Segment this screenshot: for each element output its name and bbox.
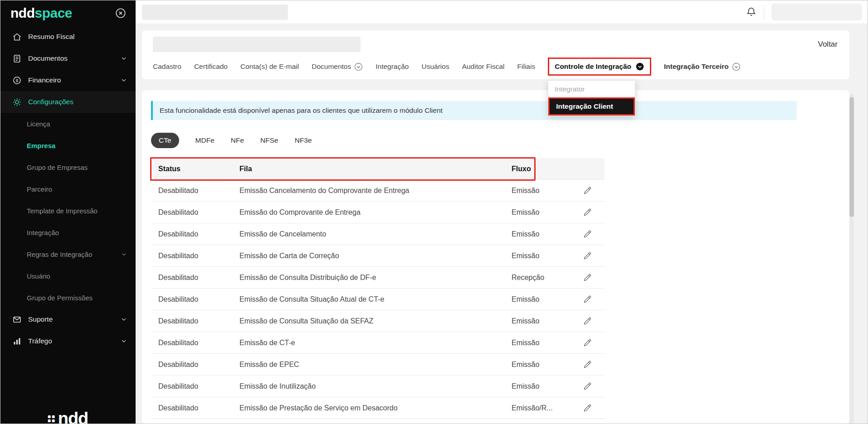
row-status: Desabilitado — [151, 187, 239, 195]
row-fila: Emissão do Comprovante de Entrega — [239, 208, 512, 217]
sidebar-item-documentos[interactable]: Documentos — [0, 48, 136, 69]
sidebar-item-suporte[interactable]: Suporte — [0, 308, 136, 330]
row-status: Desabilitado — [151, 317, 239, 325]
topbar-redacted-block — [142, 5, 288, 20]
header-top-row: Voltar — [153, 37, 839, 52]
edit-pencil-icon[interactable] — [583, 360, 592, 369]
nddspace-logo: nddspace — [10, 6, 72, 20]
edit-pencil-icon[interactable] — [583, 251, 592, 260]
logo-ndd-text: ndd — [10, 5, 34, 20]
vertical-scrollbar[interactable] — [849, 93, 854, 424]
sidebar-item-label: Documentos — [28, 54, 68, 63]
edit-pencil-icon[interactable] — [583, 403, 592, 413]
topbar-right — [746, 4, 862, 20]
dropdown-item-integracao-client[interactable]: Integração Client — [548, 97, 635, 116]
doc-type-tab-nf3e[interactable]: NF3e — [295, 136, 312, 145]
doc-type-tab-nfe[interactable]: NFe — [231, 136, 244, 145]
company-header-card: Voltar Cadastro Certificado Conta(s) de … — [142, 30, 849, 79]
edit-pencil-icon[interactable] — [583, 207, 592, 217]
edit-pencil-icon[interactable] — [583, 273, 592, 282]
row-status: Desabilitado — [151, 361, 239, 369]
sidebar-item-financeiro[interactable]: $ Financeiro — [0, 69, 136, 91]
ndd-dots-icon — [48, 415, 55, 422]
table-row: Desabilitado Emissão de Consulta Distrib… — [151, 267, 605, 289]
sidebar-subitem-regras-de-integracao[interactable]: Regras de Integração — [0, 243, 136, 265]
edit-pencil-icon[interactable] — [583, 338, 592, 347]
integration-client-card: Esta funcionalidade está disponível apen… — [142, 90, 849, 424]
edit-pencil-icon[interactable] — [583, 229, 592, 239]
edit-pencil-icon[interactable] — [583, 316, 592, 326]
sidebar-subitem-grupo-de-empresas[interactable]: Grupo de Empresas — [0, 156, 136, 178]
info-banner: Esta funcionalidade está disponível apen… — [151, 101, 797, 120]
tab-documentos[interactable]: Documentos — [312, 63, 363, 71]
sidebar-subitem-label: Integração — [27, 229, 59, 236]
doc-type-tabs: CTe MDFe NFe NFSe NF3e — [151, 133, 840, 148]
main-area: Voltar Cadastro Certificado Conta(s) de … — [136, 0, 868, 424]
sidebar-item-trafego[interactable]: Tráfego — [0, 330, 136, 352]
sidebar-item-label: Suporte — [28, 315, 53, 323]
sidebar-subitem-licenca[interactable]: Licença — [0, 113, 136, 135]
sidebar-item-configuracoes[interactable]: Configurações — [0, 91, 136, 113]
sidebar-subitem-label: Licença — [27, 120, 50, 128]
table-row: Desabilitado Emissão de CT-e Emissão — [151, 332, 605, 354]
sidebar-collapse-icon[interactable] — [115, 7, 127, 19]
tab-integracao[interactable]: Integração — [375, 63, 409, 71]
table-row: Desabilitado Emissão Cancelamento do Com… — [151, 180, 605, 202]
voltar-link[interactable]: Voltar — [818, 40, 839, 49]
logo-space-text: space — [34, 5, 72, 20]
doc-type-tab-nfse[interactable]: NFSe — [260, 136, 278, 145]
svg-text:$: $ — [16, 78, 19, 83]
notifications-bell-icon[interactable] — [746, 7, 756, 17]
doc-type-tab-mdfe[interactable]: MDFe — [195, 136, 215, 145]
sidebar-item-label: Tráfego — [28, 337, 52, 345]
sidebar-subitem-label: Regras de Integração — [27, 251, 92, 258]
row-fluxo: Emissão — [512, 208, 571, 217]
sidebar-subitem-parceiro[interactable]: Parceiro — [0, 178, 136, 200]
row-fila: Emissão Cancelamento do Comprovante de E… — [239, 187, 512, 195]
sidebar-subitem-empresa[interactable]: Empresa — [0, 135, 136, 156]
sidebar-subitem-label: Template de Impressão — [27, 207, 98, 215]
dropdown-item-integrator[interactable]: Integrator — [548, 81, 635, 97]
edit-pencil-icon[interactable] — [583, 186, 592, 195]
table-row: Desabilitado Emissão de Prestação de Ser… — [151, 397, 605, 419]
dollar-circle-icon: $ — [12, 76, 22, 85]
column-header-fluxo: Fluxo — [512, 165, 571, 173]
row-fluxo: Emissão — [512, 317, 571, 325]
tab-cadastro[interactable]: Cadastro — [153, 63, 181, 71]
tab-certificado[interactable]: Certificado — [194, 63, 228, 71]
table-row: Desabilitado Emissão do Comprovante de E… — [151, 202, 605, 223]
tab-controle-de-integracao[interactable]: Controle de Integração Integrator Integr… — [548, 58, 651, 76]
row-fluxo: Emissão — [512, 252, 571, 260]
gear-icon — [12, 97, 22, 107]
integration-table-rows: Desabilitado Emissão Cancelamento do Com… — [151, 180, 605, 419]
sidebar-subitem-template-de-impressao[interactable]: Template de Impressão — [0, 200, 136, 222]
chevron-down-icon — [120, 337, 127, 345]
sidebar-subitem-integracao[interactable]: Integração — [0, 222, 136, 243]
row-fluxo: Emissão/R... — [512, 404, 571, 412]
topbar-divider — [764, 5, 764, 19]
tab-auditor-fiscal[interactable]: Auditor Fiscal — [462, 63, 505, 71]
doc-type-tab-cte[interactable]: CTe — [151, 133, 179, 148]
row-status: Desabilitado — [151, 274, 239, 282]
edit-pencil-icon[interactable] — [583, 381, 592, 391]
tab-integracao-terceiro[interactable]: Integração Terceiro — [664, 63, 741, 71]
sidebar-subitem-grupo-de-permissoes[interactable]: Grupo de Permissões — [0, 287, 136, 308]
tab-usuarios[interactable]: Usuários — [421, 63, 449, 71]
ndd-footer-logo: ndd — [48, 410, 88, 424]
row-fila: Emissão de Prestação de Serviço em Desac… — [239, 404, 512, 412]
integration-table: Status Fila Fluxo Desabilitado Emissão C… — [151, 158, 605, 419]
tab-contas-de-email[interactable]: Conta(s) de E-mail — [240, 63, 299, 71]
tab-filiais[interactable]: Filiais — [517, 63, 536, 71]
scrollbar-thumb[interactable] — [849, 97, 854, 217]
profile-redacted-block[interactable] — [771, 4, 862, 20]
chevron-down-icon — [120, 77, 127, 84]
content-area: Voltar Cadastro Certificado Conta(s) de … — [136, 24, 868, 424]
edit-pencil-icon[interactable] — [583, 294, 592, 304]
column-header-fila: Fila — [239, 165, 512, 173]
sidebar-item-resumo-fiscal[interactable]: Resumo Fiscal — [0, 26, 136, 48]
row-fluxo: Emissão — [512, 187, 571, 195]
row-fila: Emissão de EPEC — [239, 361, 512, 369]
bar-chart-icon — [12, 337, 22, 346]
sidebar-subitem-usuario[interactable]: Usuário — [0, 265, 136, 287]
table-row: Desabilitado Emissão de Inutilização Emi… — [151, 376, 605, 397]
